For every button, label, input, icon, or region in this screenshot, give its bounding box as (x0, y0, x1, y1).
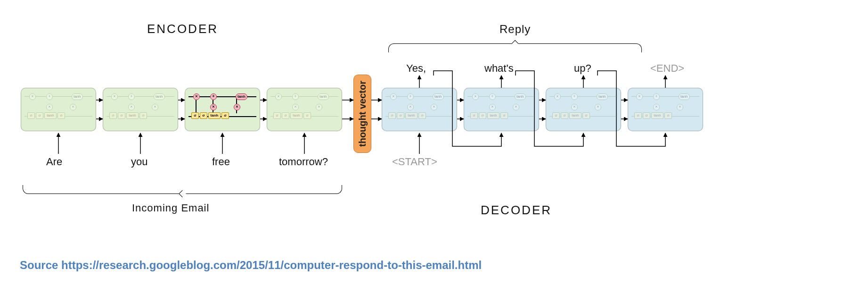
reply-brace (388, 43, 642, 52)
decoder-output-1: Yes, (406, 62, 426, 75)
incoming-email-label: Incoming Email (132, 202, 209, 214)
lstm-internals-highlighted: × + × × tanh σ σ tanh σ (188, 92, 256, 127)
lstm-internals: × + × × tanh σ σ tanh σ (467, 92, 535, 127)
encoder-input-3: free (212, 156, 230, 168)
lstm-internals: × + × × tanh σ σ tanh σ (549, 92, 617, 127)
incoming-email-brace (23, 185, 342, 194)
decoder-output-3: up? (574, 62, 591, 75)
decoder-output-end: <END> (650, 62, 684, 75)
lstm-internals: × + × × tanh σ σ tanh σ (270, 92, 338, 127)
lstm-internals: × + × × tanh σ σ tanh σ (25, 92, 92, 127)
reply-title: Reply (500, 23, 531, 36)
encoder-input-1: Are (46, 156, 62, 168)
thought-vector-label: thought vector (357, 81, 368, 147)
encoder-input-4: tomorrow? (279, 156, 328, 168)
thought-vector-box: thought vector (353, 75, 371, 153)
lstm-internals: × + × × tanh σ σ tanh σ (106, 92, 174, 127)
decoder-title: DECODER (481, 203, 552, 218)
encoder-input-2: you (131, 156, 147, 168)
encoder-title: ENCODER (147, 22, 218, 36)
seq2seq-diagram: ENCODER Reply Incoming Email DECODER tho… (0, 0, 868, 286)
connection-arrows (0, 0, 868, 286)
lstm-internals: × + × × tanh σ σ tanh σ (631, 92, 699, 127)
source-citation: Source https://research.googleblog.com/2… (20, 259, 482, 272)
decoder-output-2: what's (484, 62, 514, 75)
lstm-internals: × + × × tanh σ σ tanh σ (385, 92, 453, 127)
decoder-input-start: <START> (392, 156, 437, 168)
